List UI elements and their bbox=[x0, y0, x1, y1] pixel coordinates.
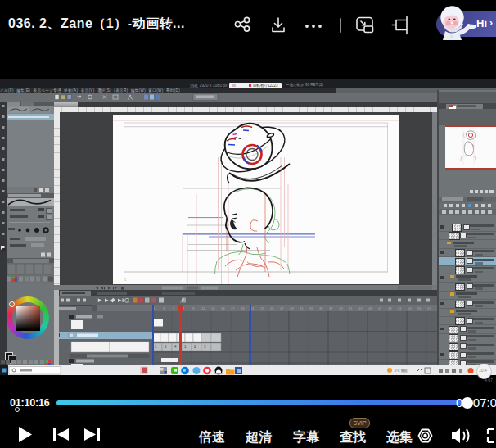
svg-text:47: 47 bbox=[378, 306, 382, 310]
svg-text:45: 45 bbox=[368, 306, 372, 310]
svg-text:33: 33 bbox=[309, 306, 313, 310]
svg-text:3: 3 bbox=[163, 306, 165, 310]
svg-text:39: 39 bbox=[339, 306, 343, 310]
svg-text:7: 7 bbox=[183, 306, 185, 310]
svg-text:25: 25 bbox=[270, 306, 274, 310]
svg-text:29: 29 bbox=[290, 306, 294, 310]
svg-text:35: 35 bbox=[319, 306, 323, 310]
svg-text:23: 23 bbox=[260, 306, 264, 310]
svg-text:37: 37 bbox=[329, 306, 333, 310]
svg-text:57: 57 bbox=[427, 306, 431, 310]
svg-text:41: 41 bbox=[349, 306, 353, 310]
svg-text:11: 11 bbox=[201, 306, 205, 310]
svg-text:43: 43 bbox=[358, 306, 363, 310]
svg-text:17: 17 bbox=[231, 306, 235, 310]
svg-text:5°C 微雨: 5°C 微雨 bbox=[395, 369, 408, 373]
svg-text:55: 55 bbox=[417, 306, 422, 310]
svg-text:5: 5 bbox=[173, 306, 175, 310]
svg-text:19: 19 bbox=[241, 306, 245, 310]
svg-text:27: 27 bbox=[280, 306, 284, 310]
svg-text:13: 13 bbox=[211, 306, 215, 310]
svg-text:51: 51 bbox=[398, 306, 402, 310]
svg-text:9: 9 bbox=[192, 306, 195, 310]
svg-text:53: 53 bbox=[408, 306, 412, 310]
svg-text:49: 49 bbox=[388, 306, 392, 310]
svg-text:31: 31 bbox=[300, 306, 304, 310]
svg-text:15: 15 bbox=[221, 306, 225, 310]
svg-text:1: 1 bbox=[124, 278, 127, 282]
